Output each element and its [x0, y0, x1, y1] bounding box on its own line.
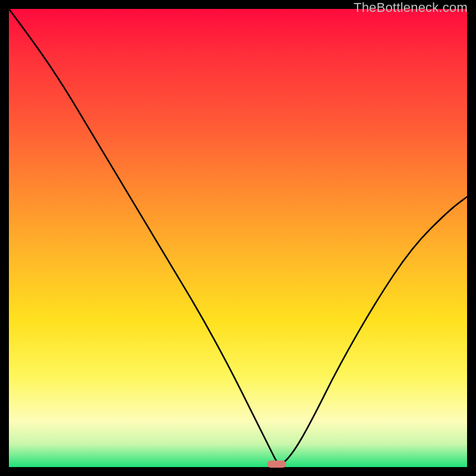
- plot-area: [9, 9, 467, 467]
- chart-frame: TheBottleneck.com: [0, 0, 476, 476]
- watermark-text: TheBottleneck.com: [353, 0, 468, 15]
- bottleneck-marker: [267, 461, 286, 468]
- bottleneck-curve: [9, 9, 467, 467]
